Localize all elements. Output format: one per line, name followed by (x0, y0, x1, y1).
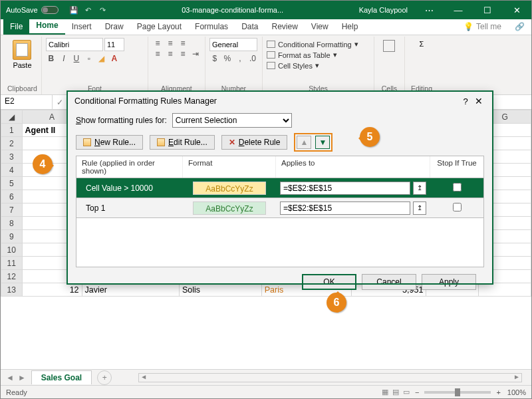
tab-help[interactable]: Help (335, 19, 365, 35)
align-mid-icon[interactable]: ≡ (165, 38, 176, 49)
user-name[interactable]: Kayla Claypool (352, 6, 414, 14)
tell-me[interactable]: 💡Tell me (457, 19, 508, 35)
view-break-icon[interactable]: ▭ (403, 388, 410, 396)
indent-icon[interactable]: ⇥ (190, 49, 201, 59)
align-bot-icon[interactable]: ≡ (178, 38, 188, 49)
font-name[interactable] (46, 38, 103, 51)
row-header[interactable]: 6 (1, 190, 23, 203)
zoom-level[interactable]: 100% (501, 388, 526, 396)
dialog-close-button[interactable]: ✕ (472, 96, 485, 106)
edit-rule-button[interactable]: Edit Rule... (150, 135, 215, 150)
apply-button[interactable]: Apply (422, 274, 476, 290)
tab-insert[interactable]: Insert (65, 19, 98, 35)
zoom-out[interactable]: − (415, 388, 419, 396)
ribbon-options-icon[interactable]: ⋯ (414, 5, 444, 15)
align-left-icon[interactable]: ≡ (152, 49, 163, 59)
move-down-button[interactable]: ▼ (315, 136, 330, 149)
align-top-icon[interactable]: ≡ (152, 38, 163, 49)
maximize-button[interactable]: ☐ (473, 5, 502, 15)
tab-review[interactable]: Review (265, 19, 304, 35)
conditional-formatting-button[interactable]: Conditional Formatting ▾ (267, 39, 370, 49)
sheet-nav-prev[interactable]: ◄ (6, 373, 14, 382)
redo-icon[interactable]: ↷ (98, 6, 108, 15)
rule-row[interactable]: Top 1 AaBbCcYyZz ↥ (76, 198, 484, 218)
range-picker-icon[interactable]: ↥ (413, 182, 426, 195)
border-button[interactable]: ▫ (84, 53, 94, 64)
row-header[interactable]: 3 (1, 150, 23, 164)
dialog-help-button[interactable]: ? (459, 96, 472, 106)
cell-styles-button[interactable]: Cell Styles ▾ (267, 61, 370, 70)
share-icon[interactable]: 🔗 (508, 19, 531, 35)
rules-empty-space (76, 218, 484, 267)
delete-rule-button[interactable]: ✕Delete Rule (221, 135, 288, 150)
save-icon[interactable]: 💾 (69, 6, 78, 15)
zoom-slider[interactable] (424, 391, 491, 394)
row-header[interactable]: 10 (1, 243, 23, 257)
format-preview: AaBbCcYyZz (193, 201, 266, 215)
row-header[interactable]: 5 (1, 177, 23, 190)
underline-button[interactable]: U (71, 53, 82, 64)
view-page-icon[interactable]: ▤ (392, 388, 399, 396)
fill-color-button[interactable]: ◢ (96, 53, 107, 64)
align-right-icon[interactable]: ≡ (178, 49, 188, 59)
tab-formulas[interactable]: Formulas (188, 19, 235, 35)
number-format[interactable] (209, 38, 257, 51)
ok-button[interactable]: OK (302, 274, 356, 290)
currency-icon[interactable]: $ (209, 53, 220, 64)
horizontal-scrollbar[interactable] (138, 373, 522, 382)
sheet-tabs-bar: ◄► Sales Goal + (1, 369, 531, 385)
font-size[interactable] (104, 38, 124, 51)
row-header[interactable]: 4 (1, 164, 23, 177)
tab-home[interactable]: Home (29, 18, 65, 35)
row-header[interactable]: 9 (1, 230, 23, 243)
name-box[interactable]: E2 (1, 95, 53, 109)
autosave-toggle[interactable] (41, 6, 59, 14)
select-all[interactable]: ◢ (1, 110, 23, 124)
undo-icon[interactable]: ↶ (84, 6, 93, 15)
row-header[interactable]: 2 (1, 137, 23, 150)
view-normal-icon[interactable]: ▦ (382, 388, 388, 396)
row-header[interactable]: 11 (1, 257, 23, 270)
paste-button[interactable]: Paste (7, 38, 37, 71)
format-preview: AaBbCcYyZz (193, 182, 266, 195)
move-up-button[interactable]: ▲ (297, 136, 311, 149)
tab-draw[interactable]: Draw (98, 19, 130, 35)
cancel-button[interactable]: Cancel (362, 274, 416, 290)
sheet-tab[interactable]: Sales Goal (31, 370, 92, 384)
close-button[interactable]: ✕ (502, 5, 531, 15)
rule-row[interactable]: Cell Value > 10000 AaBbCcYyZz ↥ (76, 178, 484, 198)
applies-to-input[interactable] (280, 201, 410, 215)
sheet-nav-next[interactable]: ► (18, 373, 26, 382)
add-sheet-button[interactable]: + (97, 370, 112, 385)
row-header[interactable]: 1 (1, 124, 23, 137)
tab-view[interactable]: View (305, 19, 335, 35)
bold-button[interactable]: B (46, 53, 57, 64)
font-color-button[interactable]: A (109, 53, 120, 64)
applies-to-input[interactable] (280, 182, 410, 195)
comma-icon[interactable]: , (235, 53, 245, 64)
italic-button[interactable]: I (59, 53, 69, 64)
paste-icon (13, 40, 31, 60)
row-header[interactable]: 7 (1, 203, 23, 217)
range-picker-icon[interactable]: ↥ (413, 201, 426, 215)
stop-if-true-checkbox[interactable] (453, 183, 462, 192)
new-rule-button[interactable]: New Rule... (76, 135, 143, 150)
percent-icon[interactable]: % (222, 53, 233, 64)
row-header[interactable]: 8 (1, 217, 23, 230)
tab-page-layout[interactable]: Page Layout (130, 19, 188, 35)
scope-select[interactable]: Current Selection (172, 113, 292, 128)
format-as-table-button[interactable]: Format as Table ▾ (267, 50, 370, 60)
editing-icon[interactable]: Σ (420, 40, 424, 48)
bulb-icon: 💡 (464, 22, 473, 31)
inc-dec-icon[interactable]: .0 (247, 53, 258, 64)
tab-file[interactable]: File (3, 19, 29, 35)
minimize-button[interactable]: — (444, 5, 473, 15)
row-header[interactable]: 13 (1, 283, 23, 297)
fx-icon[interactable]: ✓ (53, 95, 67, 109)
tab-data[interactable]: Data (235, 19, 265, 35)
align-center-icon[interactable]: ≡ (165, 49, 176, 59)
stop-if-true-checkbox[interactable] (453, 203, 462, 211)
rule-name: Cell Value > 10000 (76, 184, 183, 193)
cells-icon[interactable] (383, 40, 395, 52)
row-header[interactable]: 12 (1, 270, 23, 283)
